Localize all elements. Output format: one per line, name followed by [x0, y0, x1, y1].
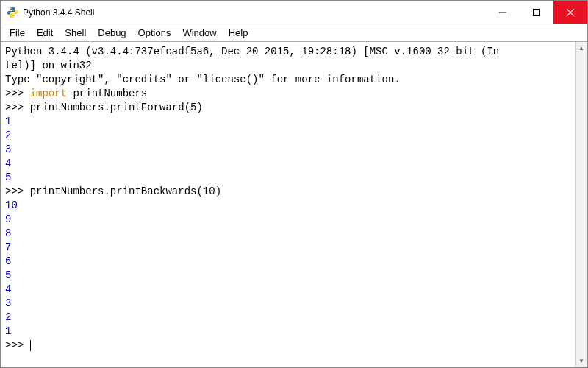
content-area: Python 3.4.4 (v3.4.4:737efcadf5a6, Dec 2…: [1, 42, 587, 367]
python-icon: [7, 7, 18, 18]
output-line: 9: [5, 213, 11, 225]
menu-window[interactable]: Window: [176, 26, 222, 40]
menu-help[interactable]: Help: [223, 26, 254, 40]
window-title: Python 3.4.4 Shell: [23, 7, 486, 18]
output-line: 2: [5, 311, 11, 323]
prompt: >>>: [5, 102, 24, 113]
banner-line: Python 3.4.4 (v3.4.4:737efcadf5a6, Dec 2…: [5, 46, 499, 57]
text-cursor: [30, 340, 31, 351]
menu-shell[interactable]: Shell: [59, 26, 92, 40]
svg-rect-3: [534, 9, 540, 15]
output-line: 5: [5, 269, 11, 281]
menu-debug[interactable]: Debug: [92, 26, 132, 40]
output-line: 10: [5, 199, 18, 211]
input-line: printNumbers.printForward(5): [30, 102, 203, 113]
module-name: printNumbers: [67, 88, 147, 99]
output-line: 4: [5, 158, 11, 169]
scroll-down-arrow-icon[interactable]: ▼: [576, 355, 587, 367]
keyword-import: import: [30, 88, 67, 99]
prompt: >>>: [5, 185, 24, 197]
prompt: >>>: [5, 88, 24, 99]
output-line: 3: [5, 297, 11, 309]
output-line: 4: [5, 283, 11, 295]
output-line: 2: [5, 130, 11, 141]
output-line: 6: [5, 255, 11, 267]
scroll-track[interactable]: [576, 54, 587, 355]
output-line: 1: [5, 116, 11, 127]
menu-edit[interactable]: Edit: [31, 26, 59, 40]
input-line: printNumbers.printBackwards(10): [30, 185, 221, 197]
maximize-button[interactable]: [520, 1, 553, 24]
output-line: 1: [5, 325, 11, 337]
output-line: 3: [5, 144, 11, 155]
titlebar[interactable]: Python 3.4.4 Shell: [1, 1, 587, 24]
minimize-button[interactable]: [486, 1, 520, 24]
menu-file[interactable]: File: [4, 26, 31, 40]
output-line: 7: [5, 241, 11, 253]
scroll-up-arrow-icon[interactable]: ▲: [576, 42, 587, 54]
prompt: >>>: [5, 339, 24, 351]
output-line: 5: [5, 171, 11, 183]
banner-line: Type "copyright", "credits" or "license(…: [5, 74, 401, 85]
output-line: 8: [5, 227, 11, 239]
svg-point-0: [10, 7, 11, 8]
vertical-scrollbar[interactable]: ▲ ▼: [575, 42, 587, 367]
python-shell-window: Python 3.4.4 Shell File Edit Shell Debug…: [0, 0, 588, 368]
console-output[interactable]: Python 3.4.4 (v3.4.4:737efcadf5a6, Dec 2…: [1, 42, 575, 367]
window-controls: [486, 1, 587, 24]
svg-point-1: [13, 15, 14, 16]
banner-line: tel)] on win32: [5, 60, 92, 71]
close-button[interactable]: [553, 1, 587, 24]
menubar: File Edit Shell Debug Options Window Hel…: [1, 24, 587, 42]
menu-options[interactable]: Options: [132, 26, 177, 40]
